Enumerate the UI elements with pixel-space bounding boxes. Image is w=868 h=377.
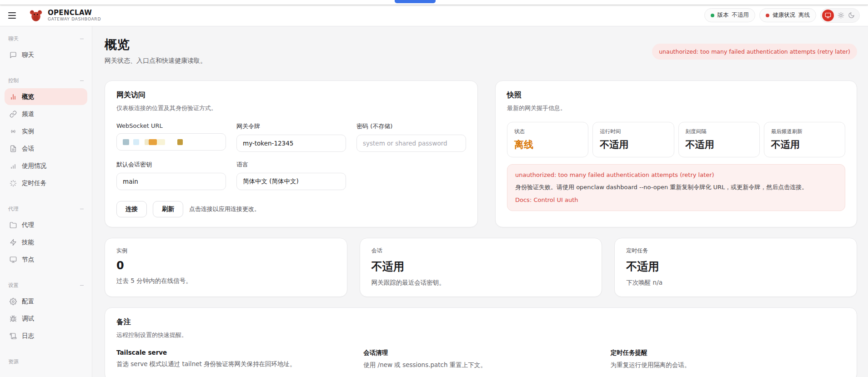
sidebar-item-skills[interactable]: 技能 [5, 234, 87, 251]
gear-icon [10, 298, 17, 305]
stat-tile-tick-interval: 刻度间隔 不适用 [678, 122, 760, 157]
sidebar-item-label: 频道 [22, 110, 34, 118]
usage-chart-icon [10, 162, 17, 170]
auth-error-box: unauthorized: too many failed authentica… [507, 164, 845, 211]
health-status-dot [766, 14, 769, 17]
error-toast: unauthorized: too many failed authentica… [652, 44, 857, 60]
sidebar-section-label: 聊天 [8, 35, 19, 42]
websocket-url-label: WebSocket URL [116, 122, 226, 129]
password-input[interactable] [356, 135, 466, 152]
session-key-label: 默认会话密钥 [116, 161, 226, 169]
note-text: 使用 /new 或 sessions.patch 重置上下文。 [363, 361, 598, 369]
sidebar-section-control-header[interactable]: 控制 [5, 75, 87, 88]
version-status-dot [711, 14, 714, 17]
sidebar-section-resources-header[interactable]: 资源 [5, 357, 87, 369]
card-subtitle: 仪表板连接的位置及其身份验证方式。 [116, 104, 466, 112]
sidebar-item-usage[interactable]: 使用情况 [5, 157, 87, 174]
docs-control-ui-auth-link[interactable]: Docs: Control UI auth [515, 196, 578, 203]
card-subtitle: 远程控制设置的快速提醒。 [116, 331, 845, 339]
note-heading: 定时任务提醒 [611, 349, 845, 357]
stat-tile-last-channel-refresh: 最后频道刷新 不适用 [764, 122, 845, 157]
sidebar-item-nodes[interactable]: 节点 [5, 251, 87, 268]
metric-caption: 过去 5 分钟内的在线信号。 [116, 277, 336, 285]
stat-label: 刻度间隔 [686, 128, 753, 135]
sidebar-section-label: 设置 [8, 282, 19, 289]
sidebar-item-cron[interactable]: 定时任务 [5, 175, 87, 191]
stat-value: 不适用 [771, 138, 838, 151]
metric-caption: 网关跟踪的最近会话密钥。 [371, 279, 591, 287]
sidebar-item-label: 使用情况 [22, 162, 46, 170]
sidebar-item-channels[interactable]: 频道 [5, 106, 87, 122]
brand: OPENCLAW GATEWAY DASHBOARD [28, 8, 101, 23]
metric-caption: 下次唤醒 n/a [626, 279, 845, 287]
theme-light-button[interactable] [838, 12, 844, 19]
gateway-access-card: 网关访问 仪表板连接的位置及其身份验证方式。 WebSocket URL 网关令… [105, 80, 478, 227]
sidebar-section-control: 控制 概览 频道 实例 会话 [5, 75, 87, 191]
theme-switcher [820, 8, 860, 23]
refresh-button[interactable]: 刷新 [153, 201, 183, 217]
note-cron-reminder: 定时任务提醒 为重复运行使用隔离的会话。 [611, 349, 845, 369]
theme-system-button[interactable] [822, 10, 834, 21]
sidebar-item-label: 会话 [22, 145, 34, 153]
monitor-icon [10, 256, 17, 263]
broadcast-icon [10, 128, 17, 135]
metric-value: 0 [116, 259, 336, 272]
sidebar-item-debug[interactable]: 调试 [5, 310, 87, 327]
health-badge-label: 健康状况 [773, 11, 795, 19]
websocket-url-input[interactable] [116, 133, 226, 151]
collapse-dash-icon [80, 39, 84, 39]
theme-dark-button[interactable] [848, 12, 855, 19]
metric-value: 不适用 [626, 259, 845, 274]
sidebar-item-label: 节点 [22, 256, 34, 264]
bug-icon [10, 315, 17, 322]
sidebar-item-overview[interactable]: 概览 [5, 88, 87, 105]
metric-label: 会话 [371, 247, 591, 255]
sidebar-item-config[interactable]: 配置 [5, 293, 87, 310]
sidebar-section-resources: 资源 [5, 357, 87, 369]
language-select[interactable]: 简体中文 (简体中文) [236, 173, 346, 190]
sidebar-item-label: 定时任务 [22, 179, 46, 187]
sidebar-item-sessions[interactable]: 会话 [5, 140, 87, 157]
health-badge-value: 离线 [798, 11, 810, 19]
browser-top-strip [0, 0, 868, 5]
sidebar-item-chat[interactable]: 聊天 [5, 46, 87, 63]
main-content: 概览 网关状态、入口点和快速健康读取。 unauthorized: too ma… [92, 26, 868, 377]
session-key-input[interactable] [116, 173, 226, 190]
sidebar-item-label: 调试 [22, 315, 34, 323]
sidebar-item-label: 技能 [22, 238, 34, 246]
sidebar-section-label: 代理 [8, 206, 19, 212]
loader-icon [10, 180, 17, 187]
metric-label: 定时任务 [626, 247, 845, 255]
sidebar-item-label: 聊天 [22, 51, 34, 59]
collapse-dash-icon [80, 285, 84, 286]
gateway-dashboard-app: OPENCLAW GATEWAY DASHBOARD 版本 不适用 健康状况 离… [0, 5, 868, 377]
note-tailscale: Tailscale serve 首选 serve 模式以通过 tailnet 身… [116, 349, 351, 369]
instances-metric-card: 实例 0 过去 5 分钟内的在线信号。 [105, 238, 347, 297]
sidebar-section-agents-header[interactable]: 代理 [5, 204, 87, 216]
sidebar-section-label: 控制 [8, 77, 19, 84]
stat-value: 离线 [514, 138, 581, 151]
sidebar-item-label: 代理 [22, 221, 34, 229]
stat-value: 不适用 [600, 138, 667, 151]
sidebar-item-instances[interactable]: 实例 [5, 123, 87, 140]
gateway-token-label: 网关令牌 [236, 122, 346, 131]
menu-toggle-button[interactable] [8, 9, 22, 22]
sidebar-item-label: 配置 [22, 297, 34, 306]
gateway-token-input[interactable] [236, 135, 346, 152]
note-text: 为重复运行使用隔离的会话。 [611, 361, 845, 369]
sidebar-section-settings: 设置 配置 调试 日志 [5, 280, 87, 344]
sessions-metric-card: 会话 不适用 网关跟踪的最近会话密钥。 [360, 238, 602, 297]
sidebar-section-settings-header[interactable]: 设置 [5, 280, 87, 292]
sidebar-item-logs[interactable]: 日志 [5, 327, 87, 344]
language-label: 语言 [236, 161, 346, 169]
openclaw-lobster-logo-icon [28, 8, 44, 23]
version-badge-label: 版本 [717, 11, 729, 19]
version-badge: 版本 不适用 [704, 8, 756, 22]
connect-button[interactable]: 连接 [116, 201, 147, 217]
note-heading: 会话清理 [363, 349, 598, 357]
card-title: 网关访问 [116, 90, 466, 100]
sidebar-item-agents[interactable]: 代理 [5, 216, 87, 233]
health-badge: 健康状况 离线 [759, 8, 816, 22]
scroll-icon [10, 332, 17, 340]
sidebar-section-chat-header[interactable]: 聊天 [5, 34, 87, 46]
